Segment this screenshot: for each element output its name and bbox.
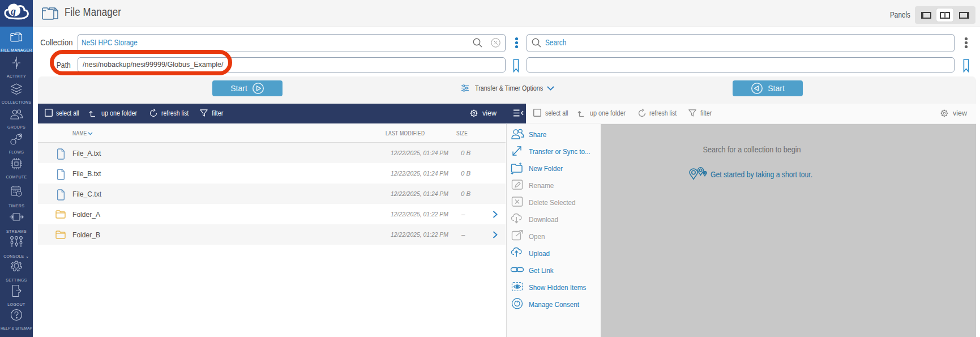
svg-text:g: g — [10, 6, 16, 17]
